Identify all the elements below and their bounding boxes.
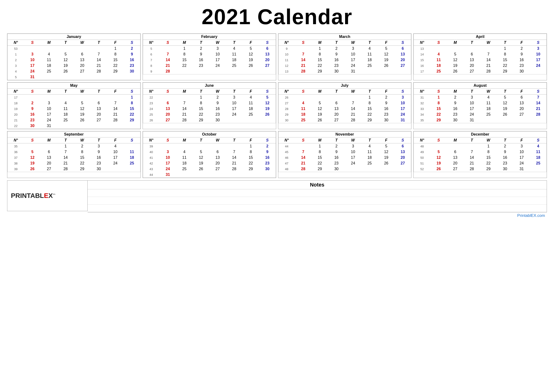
day-cell: 19: [378, 155, 395, 161]
day-cell: 13: [464, 57, 480, 63]
day-cell: 19: [497, 106, 513, 112]
day-cell: [107, 123, 124, 129]
week-row: 5312: [7, 46, 140, 52]
month-name: December: [414, 132, 547, 137]
day-cell: 16: [90, 155, 107, 161]
week-row: 4324252627282930: [143, 166, 276, 172]
day-cell: 22: [312, 161, 328, 166]
week-row: 210111213141516: [7, 57, 140, 63]
day-cell: 17: [226, 106, 242, 112]
week-number: 26: [143, 117, 159, 123]
day-cell: 22: [176, 63, 193, 69]
day-cell: 11: [176, 155, 193, 161]
week-number: 44: [278, 143, 295, 149]
day-cell: 27: [395, 63, 411, 69]
day-cell: 5: [312, 100, 328, 106]
day-cell: 25: [295, 117, 312, 123]
day-cell: 13: [395, 51, 411, 57]
month-table-august: AugustN°SMTWTFS3112345673289101112131433…: [414, 83, 547, 123]
day-cell: 22: [430, 112, 447, 117]
day-cell: 31: [159, 172, 176, 178]
day-cell: 20: [395, 57, 411, 63]
day-header-7: S: [124, 89, 140, 95]
day-cell: 3: [226, 95, 242, 100]
day-cell: [57, 74, 74, 80]
day-cell: 22: [312, 63, 328, 69]
day-header-3: T: [193, 137, 209, 143]
day-header-0: N°: [143, 89, 159, 95]
day-cell: 28: [176, 117, 193, 123]
day-cell: 23: [497, 161, 513, 166]
day-cell: 31: [41, 123, 57, 129]
day-cell: 26: [24, 166, 41, 172]
week-row: 531: [7, 74, 140, 80]
day-cell: 10: [395, 100, 411, 106]
printablex-credit: PrintablEX.com: [7, 212, 547, 218]
day-cell: 3: [209, 46, 226, 52]
day-header-1: S: [24, 89, 41, 95]
day-cell: 24: [345, 161, 361, 166]
month-table-december: DecemberN°SMTWTFS48123449567891011501213…: [414, 131, 547, 172]
day-cell: 14: [295, 57, 312, 63]
day-cell: 8: [242, 149, 259, 155]
day-cell: 9: [259, 149, 276, 155]
day-cell: 5: [378, 46, 395, 52]
day-cell: [176, 95, 193, 100]
day-cell: [530, 69, 547, 74]
day-cell: [430, 143, 447, 149]
day-header-3: T: [464, 40, 480, 46]
week-row: 2627282930: [143, 117, 276, 123]
day-cell: 17: [395, 106, 411, 112]
day-cell: 23: [24, 117, 41, 123]
week-row: 171: [7, 95, 140, 100]
day-cell: 19: [430, 161, 447, 166]
day-cell: 20: [90, 112, 107, 117]
day-cell: 28: [295, 69, 312, 74]
day-cell: 29: [193, 117, 209, 123]
week-number: 27: [278, 100, 295, 106]
day-cell: 29: [497, 69, 513, 74]
day-header-2: M: [447, 40, 464, 46]
week-number: 36: [7, 149, 24, 155]
day-cell: 22: [480, 161, 497, 166]
day-cell: 14: [159, 57, 176, 63]
day-cell: [361, 166, 378, 172]
month-table-june: JuneN°SMTWTFS221234523678910111224131415…: [143, 83, 276, 123]
day-cell: [464, 46, 480, 52]
week-row: 5119202122232425: [414, 161, 547, 166]
week-number: 22: [7, 123, 24, 129]
day-header-6: F: [242, 40, 259, 46]
week-number: 34: [414, 112, 430, 117]
day-cell: 12: [430, 155, 447, 161]
day-cell: 4: [361, 46, 378, 52]
day-cell: 31: [24, 74, 41, 80]
month-table-april: AprilN°SMTWTFS13123144567891015111213141…: [414, 34, 547, 74]
day-cell: 14: [480, 57, 497, 63]
day-cell: 27: [259, 63, 276, 69]
day-cell: 29: [361, 117, 378, 123]
week-row: 4431: [143, 172, 276, 178]
day-cell: 26: [447, 69, 464, 74]
week-row: 32891011121314: [414, 100, 547, 106]
day-cell: 16: [513, 57, 530, 63]
day-header-7: S: [259, 40, 276, 46]
day-cell: 26: [74, 117, 90, 123]
day-cell: 11: [480, 100, 497, 106]
day-cell: 31: [395, 117, 411, 123]
day-cell: [90, 123, 107, 129]
day-header-6: F: [513, 40, 530, 46]
day-header-3: T: [193, 89, 209, 95]
day-header-2: M: [312, 89, 328, 95]
day-cell: 3: [464, 95, 480, 100]
week-number: 39: [143, 143, 159, 149]
day-cell: 26: [312, 117, 328, 123]
day-cell: 4: [176, 149, 193, 155]
month-name: November: [278, 132, 411, 137]
day-cell: 12: [259, 100, 276, 106]
page-title: 2021 Calendar: [7, 5, 547, 29]
day-cell: 2: [209, 95, 226, 100]
month-table-march: MarchN°SMTWTFS91234561078910111213111415…: [278, 34, 411, 74]
day-header-0: N°: [414, 40, 430, 46]
day-header-7: S: [259, 137, 276, 143]
week-row: 35293031: [414, 117, 547, 123]
